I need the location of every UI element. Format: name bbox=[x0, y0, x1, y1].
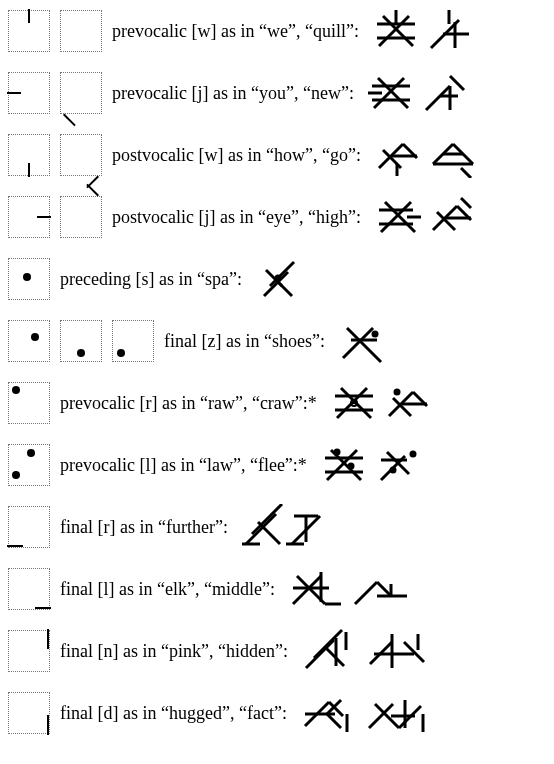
example-glyph bbox=[427, 132, 477, 178]
svg-line-0 bbox=[379, 16, 409, 46]
glyph-box bbox=[8, 444, 50, 486]
svg-point-62 bbox=[333, 449, 340, 456]
svg-line-102 bbox=[369, 704, 393, 728]
svg-line-22 bbox=[383, 150, 401, 168]
glyph-box bbox=[8, 382, 50, 424]
example-glyph bbox=[351, 566, 411, 612]
glyph-box bbox=[8, 196, 50, 238]
svg-line-15 bbox=[450, 76, 464, 90]
example-glyph bbox=[383, 380, 433, 426]
svg-line-10 bbox=[378, 78, 408, 108]
svg-line-56 bbox=[393, 398, 411, 416]
svg-point-42 bbox=[274, 275, 281, 282]
example-glyph bbox=[287, 566, 347, 612]
svg-line-14 bbox=[426, 86, 450, 110]
row-label: prevocalic [l] as in “law”, “flee”:* bbox=[60, 455, 307, 476]
row-label: postvocalic [w] as in “how”, “go”: bbox=[112, 145, 361, 166]
svg-line-41 bbox=[276, 280, 292, 296]
row-final-n: final [n] as in “pink”, “hidden”: bbox=[8, 628, 546, 674]
svg-line-87 bbox=[314, 630, 342, 658]
glyph-box bbox=[60, 320, 102, 362]
example-glyph bbox=[420, 70, 470, 116]
row-final-r: final [r] as in “further”: bbox=[8, 504, 546, 550]
row-postvocalic-j: postvocalic [j] as in “eye”, “high”: bbox=[8, 194, 546, 240]
row-label: prevocalic [w] as in “we”, “quill”: bbox=[112, 21, 359, 42]
example-glyph bbox=[427, 194, 477, 240]
svg-line-77 bbox=[293, 576, 321, 604]
svg-point-63 bbox=[347, 463, 354, 470]
row-label: final [d] as in “hugged”, “fact”: bbox=[60, 703, 287, 724]
glyph-box bbox=[8, 10, 50, 52]
svg-line-43 bbox=[343, 328, 373, 358]
example-glyph bbox=[373, 194, 423, 240]
svg-point-67 bbox=[409, 451, 416, 458]
row-label: prevocalic [r] as in “raw”, “craw”:* bbox=[60, 393, 317, 414]
svg-point-68 bbox=[389, 467, 396, 474]
svg-line-82 bbox=[355, 582, 377, 604]
example-glyph bbox=[319, 442, 369, 488]
svg-line-69 bbox=[246, 514, 276, 544]
example-glyph bbox=[329, 380, 379, 426]
row-final-d: final [d] as in “hugged”, “fact”: bbox=[8, 690, 546, 736]
row-label: postvocalic [j] as in “eye”, “high”: bbox=[112, 207, 361, 228]
row-prevocalic-j: prevocalic [j] as in “you”, “new”: bbox=[8, 70, 546, 116]
svg-line-94 bbox=[404, 642, 424, 662]
row-label: final [z] as in “shoes”: bbox=[164, 331, 325, 352]
example-glyph bbox=[240, 504, 330, 550]
row-prevocalic-r: prevocalic [r] as in “raw”, “craw”:* bbox=[8, 380, 546, 426]
svg-line-37 bbox=[437, 212, 455, 230]
svg-line-1 bbox=[383, 16, 413, 46]
glyph-box bbox=[60, 10, 102, 52]
example-glyph bbox=[373, 442, 423, 488]
row-label: preceding [s] as in “spa”: bbox=[60, 269, 242, 290]
svg-line-36 bbox=[461, 198, 471, 208]
row-label: final [n] as in “pink”, “hidden”: bbox=[60, 641, 288, 662]
svg-line-100 bbox=[327, 714, 341, 728]
glyph-box bbox=[8, 506, 50, 548]
glyph-box bbox=[8, 72, 50, 114]
example-glyph bbox=[254, 256, 304, 302]
glyph-box bbox=[60, 72, 102, 114]
glyph-box bbox=[8, 692, 50, 734]
row-final-z: final [z] as in “shoes”: bbox=[8, 318, 546, 364]
glyph-box bbox=[8, 258, 50, 300]
row-prevocalic-l: prevocalic [l] as in “law”, “flee”:* bbox=[8, 442, 546, 488]
row-label: prevocalic [j] as in “you”, “new”: bbox=[112, 83, 354, 104]
example-glyph bbox=[363, 690, 433, 736]
example-glyph bbox=[373, 132, 423, 178]
row-final-l: final [l] as in “elk”, “middle”: bbox=[8, 566, 546, 612]
row-preceding-s: preceding [s] as in “spa”: bbox=[8, 256, 546, 302]
example-glyph bbox=[371, 8, 421, 54]
glyph-box bbox=[8, 320, 50, 362]
row-label: final [r] as in “further”: bbox=[60, 517, 228, 538]
glyph-box bbox=[112, 320, 154, 362]
svg-line-26 bbox=[461, 168, 471, 178]
svg-line-71 bbox=[258, 522, 280, 544]
row-postvocalic-w: postvocalic [w] as in “how”, “go”: bbox=[8, 132, 546, 178]
svg-point-46 bbox=[371, 331, 378, 338]
example-glyph bbox=[300, 628, 360, 674]
example-glyph bbox=[366, 70, 416, 116]
example-glyph bbox=[337, 318, 387, 364]
glyph-box bbox=[60, 196, 102, 238]
glyph-box bbox=[8, 630, 50, 672]
svg-line-83 bbox=[377, 582, 391, 596]
example-glyph bbox=[299, 690, 359, 736]
glyph-box bbox=[8, 134, 50, 176]
row-label: final [l] as in “elk”, “middle”: bbox=[60, 579, 275, 600]
glyph-box bbox=[60, 134, 102, 176]
row-prevocalic-w: prevocalic [w] as in “we”, “quill”: bbox=[8, 8, 546, 54]
example-glyph bbox=[425, 8, 475, 54]
svg-point-57 bbox=[393, 389, 400, 396]
svg-line-28 bbox=[381, 202, 411, 232]
example-glyph bbox=[364, 628, 434, 674]
glyph-box bbox=[8, 568, 50, 610]
svg-line-39 bbox=[270, 262, 294, 286]
svg-point-52 bbox=[353, 402, 355, 404]
